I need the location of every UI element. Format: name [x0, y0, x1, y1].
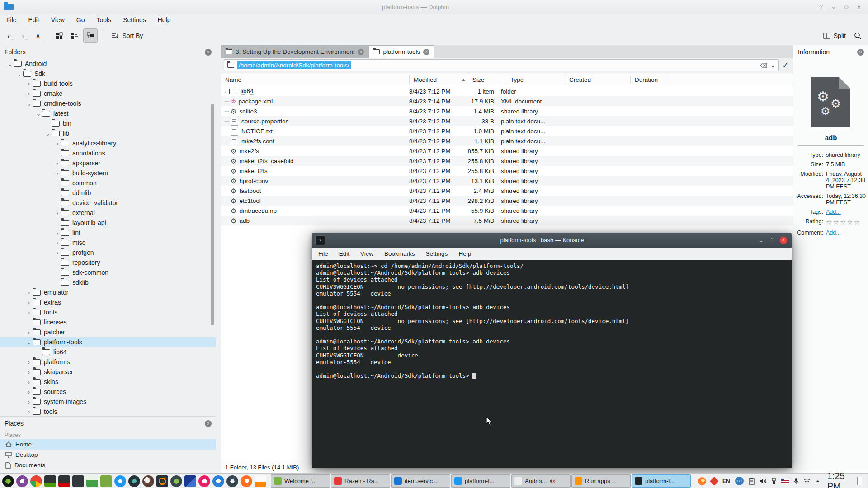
collapse-icon[interactable]: ⌄ — [6, 61, 14, 67]
vlc-launcher-icon[interactable] — [255, 475, 266, 487]
task-button-platformt[interactable]: platform-t... — [451, 474, 510, 488]
file-row-adb[interactable]: adb8/4/23 7:12 PM7.5 MiBshared library — [221, 216, 793, 225]
folder-tree-item-build-system[interactable]: ›build-system — [0, 168, 216, 178]
image-viewer-launcher-icon[interactable] — [44, 475, 56, 487]
menu-item-view[interactable]: View — [51, 16, 65, 23]
dev-app-blue-launcher-icon[interactable] — [184, 475, 196, 487]
column-header-size[interactable]: Size — [468, 75, 506, 84]
usb-device-icon[interactable] — [772, 478, 776, 485]
tab-platform-tools[interactable]: platform-tools — [368, 45, 434, 58]
chevron-down-icon[interactable]: ⌄ — [770, 62, 775, 69]
column-header-type[interactable]: Type — [506, 75, 565, 84]
dolphin-titlebar[interactable]: platform-tools — Dolphin — [0, 0, 868, 14]
folder-tree-item-lib64[interactable]: lib64 — [0, 347, 216, 357]
folder-tree-item-latest[interactable]: ⌄latest — [0, 108, 216, 118]
notepad-app-launcher-icon[interactable] — [100, 475, 112, 487]
tree-view-button[interactable] — [83, 28, 98, 43]
split-button[interactable]: Split — [823, 32, 846, 39]
expand-icon[interactable]: › — [54, 230, 61, 236]
konsole-maximize-icon[interactable]: ⌃ — [769, 237, 774, 244]
kdeconnect-launcher-icon[interactable] — [114, 475, 126, 487]
icons-view-button[interactable] — [52, 29, 66, 42]
folder-tree-item-annotations[interactable]: annotations — [0, 148, 216, 158]
sort-by-button[interactable]: Sort By — [112, 32, 143, 39]
expand-icon[interactable]: › — [54, 160, 61, 167]
location-path-input[interactable]: /home/admin/Android/Sdk/platform-tools/ — [237, 61, 351, 69]
folder-tree-item-sources[interactable]: ›sources — [0, 387, 216, 397]
folder-tree-item-Android[interactable]: ⌄Android — [0, 59, 216, 69]
microphone-icon[interactable] — [794, 478, 798, 485]
places-item-documents[interactable]: Documents — [0, 460, 216, 470]
app-teal-swirl-launcher-icon[interactable] — [170, 475, 182, 487]
file-row-fastboot[interactable]: fastboot8/4/23 7:12 PM2.4 MiBshared libr… — [221, 186, 793, 196]
places-item-desktop[interactable]: Desktop — [0, 450, 216, 460]
file-row-NOTICE.txt[interactable]: NOTICE.txt8/4/23 7:12 PM1.0 MiBplain tex… — [221, 126, 793, 136]
clock[interactable]: 1:25 PM — [827, 471, 852, 488]
file-row-sqlite3[interactable]: sqlite38/4/23 7:12 PM1.4 MiBshared libra… — [221, 106, 793, 116]
folder-tree-item-Sdk[interactable]: ⌄Sdk — [0, 69, 216, 79]
konsole-menu-item-bookmarks[interactable]: Bookmarks — [384, 250, 415, 257]
file-row-dmtracedump[interactable]: dmtracedump8/4/23 7:12 PM55.9 KiBshared … — [221, 206, 793, 216]
chrome-launcher-icon[interactable] — [30, 475, 42, 487]
help-icon[interactable] — [817, 3, 825, 11]
add-link[interactable]: Add... — [826, 209, 868, 215]
column-header-created[interactable]: Created — [565, 75, 631, 84]
file-row-hprof-conv[interactable]: hprof-conv8/4/23 7:12 PM13.1 KiBshared l… — [221, 176, 793, 186]
folder-tree-item-platform-tools[interactable]: ⌄platform-tools — [0, 337, 216, 347]
tweaks-tool-launcher-icon[interactable] — [72, 475, 84, 487]
folder-tree-item-skiaparser[interactable]: ›skiaparser — [0, 367, 216, 377]
folder-tree-item-skins[interactable]: ›skins — [0, 377, 216, 387]
folder-tree-item-sdklib[interactable]: sdklib — [0, 277, 216, 287]
menu-item-settings[interactable]: Settings — [123, 16, 146, 23]
expand-icon[interactable]: › — [25, 408, 33, 415]
folder-tree-item-external[interactable]: ›external — [0, 208, 216, 218]
folders-panel-close-icon[interactable] — [205, 49, 212, 56]
expand-icon[interactable]: › — [54, 210, 61, 216]
folder-tree-item-cmdline-tools[interactable]: ⌄cmdline-tools — [0, 99, 216, 108]
app-indicator-icon[interactable] — [711, 478, 717, 484]
konsole-menu-item-file[interactable]: File — [318, 250, 328, 257]
folder-tree-item-emulator[interactable]: ›emulator — [0, 287, 216, 297]
expand-icon[interactable]: › — [25, 299, 33, 306]
clipboard-icon[interactable] — [749, 478, 755, 485]
expand-icon[interactable]: › — [25, 399, 33, 405]
expand-icon[interactable]: › — [54, 239, 61, 246]
search-icon[interactable] — [854, 32, 862, 40]
app-pink-ring-launcher-icon[interactable] — [198, 475, 210, 487]
collapse-icon[interactable]: ⌄ — [16, 70, 23, 77]
clear-text-icon[interactable] — [760, 63, 767, 68]
konsole-titlebar[interactable]: platform-tools : bash — Konsole ⌄ ⌃ — [312, 233, 792, 248]
folder-tree-item-cmake[interactable]: ›cmake — [0, 89, 216, 99]
minimize-icon[interactable] — [830, 3, 837, 11]
konsole-menu-item-edit[interactable]: Edit — [339, 250, 349, 257]
folder-tree-item-tools[interactable]: ›tools — [0, 407, 216, 417]
close-icon[interactable] — [855, 3, 863, 11]
tor-browser-launcher-icon[interactable] — [16, 475, 28, 487]
konsole-menu-item-settings[interactable]: Settings — [426, 250, 448, 257]
expand-tray-icon[interactable] — [816, 479, 820, 483]
folder-tree-item-analytics-library[interactable]: ›analytics-library — [0, 138, 216, 148]
folder-tree-item-platforms[interactable]: ›platforms — [0, 357, 216, 367]
folder-tree-item-fonts[interactable]: ›fonts — [0, 307, 216, 317]
collapse-icon[interactable]: ⌄ — [35, 110, 42, 117]
menu-item-go[interactable]: Go — [76, 16, 85, 23]
folder-tree-item-common[interactable]: common — [0, 178, 216, 188]
places-panel-close-icon[interactable] — [205, 420, 212, 427]
column-header-modified[interactable]: Modified — [410, 75, 468, 84]
expand-icon[interactable]: › — [25, 369, 33, 375]
file-row-mke2fs[interactable]: mke2fs8/4/23 7:12 PM855.7 KiBshared libr… — [221, 146, 793, 156]
expand-icon[interactable]: › — [25, 379, 33, 385]
places-item-home[interactable]: Home — [0, 439, 216, 450]
desktop-widget[interactable] — [857, 477, 862, 485]
file-row-make_f2fs[interactable]: make_f2fs8/4/23 7:12 PM255.8 KiBshared l… — [221, 166, 793, 176]
collapse-icon[interactable]: ⌄ — [44, 130, 52, 137]
file-row-mke2fs.conf[interactable]: mke2fs.conf8/4/23 7:12 PM1.1 KiBplain te… — [221, 136, 793, 146]
expand-icon[interactable]: › — [25, 80, 33, 87]
show-desktop-strip[interactable] — [865, 474, 868, 488]
folder-tree-item-patcher[interactable]: ›patcher — [0, 327, 216, 337]
task-button-razenra[interactable]: Razen - Ra... — [331, 474, 390, 488]
rating-stars[interactable]: ☆☆☆☆☆ — [826, 218, 868, 226]
tab-setting-up-dev-env[interactable]: 3. Setting Up the Development Environmen… — [221, 45, 368, 58]
folder-tree-item-extras[interactable]: ›extras — [0, 297, 216, 307]
folder-tree-item-system-images[interactable]: ›system-images — [0, 397, 216, 407]
